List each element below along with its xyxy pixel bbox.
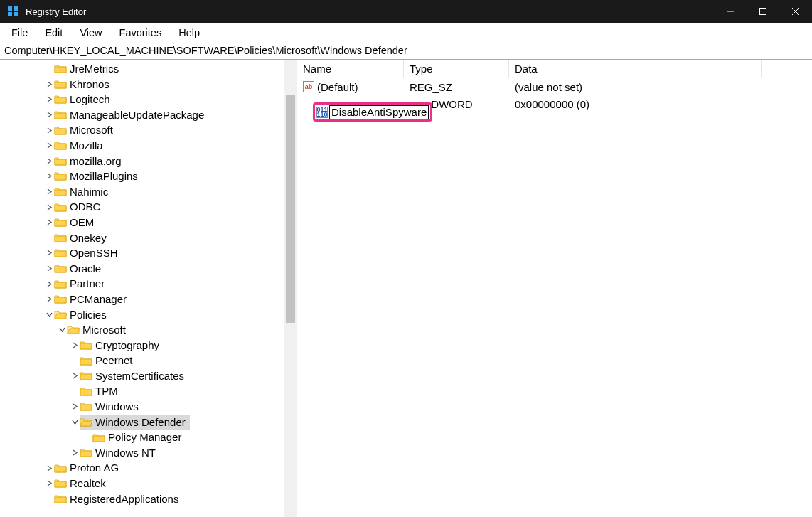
svg-rect-15 bbox=[55, 174, 66, 180]
tree-item[interactable]: ManageableUpdatePackage bbox=[0, 107, 297, 123]
tree-item[interactable]: Realtek bbox=[0, 476, 297, 491]
tree-item-label: Windows Defender bbox=[95, 415, 186, 430]
tree-item[interactable]: Onekey bbox=[0, 230, 297, 246]
tree-item[interactable]: Oracle bbox=[0, 261, 297, 277]
rename-highlight: 011110 bbox=[313, 102, 432, 122]
tree-item[interactable]: SystemCertificates bbox=[0, 368, 297, 384]
tree-item[interactable]: Nahimic bbox=[0, 184, 297, 200]
value-row[interactable]: 011110 _DWORD 0x00000000 (0) bbox=[297, 95, 812, 112]
chevron-down-icon[interactable] bbox=[70, 419, 80, 425]
tree-item[interactable]: Partner bbox=[0, 276, 297, 292]
tree-item[interactable]: Peernet bbox=[0, 353, 297, 368]
tree-item-label: Realtek bbox=[70, 476, 106, 491]
chevron-right-icon[interactable] bbox=[44, 81, 54, 87]
svg-rect-9 bbox=[55, 82, 66, 88]
chevron-right-icon[interactable] bbox=[44, 219, 54, 225]
chevron-right-icon[interactable] bbox=[44, 158, 54, 164]
close-button[interactable] bbox=[779, 0, 812, 23]
address-text: Computer\HKEY_LOCAL_MACHINE\SOFTWARE\Pol… bbox=[4, 45, 407, 56]
column-type[interactable]: Type bbox=[404, 60, 509, 78]
tree-item[interactable]: Mozilla bbox=[0, 138, 297, 154]
column-name[interactable]: Name bbox=[297, 60, 404, 78]
chevron-down-icon[interactable] bbox=[44, 311, 54, 318]
folder-icon bbox=[54, 309, 67, 320]
chevron-right-icon[interactable] bbox=[44, 204, 54, 210]
tree-item-label: ManageableUpdatePackage bbox=[70, 107, 204, 123]
tree-item-label: Nahimic bbox=[70, 184, 108, 200]
chevron-right-icon[interactable] bbox=[44, 296, 54, 302]
tree-item[interactable]: Windows bbox=[0, 399, 297, 415]
tree-item[interactable]: Microsoft bbox=[0, 322, 297, 338]
column-data[interactable]: Data bbox=[509, 60, 762, 78]
menu-view[interactable]: View bbox=[71, 25, 110, 41]
chevron-right-icon[interactable] bbox=[44, 142, 54, 149]
folder-icon bbox=[54, 171, 67, 181]
menu-edit[interactable]: Edit bbox=[36, 25, 71, 41]
svg-rect-33 bbox=[55, 497, 66, 503]
chevron-right-icon[interactable] bbox=[70, 449, 80, 456]
chevron-right-icon[interactable] bbox=[44, 265, 54, 272]
tree-item-label: ODBC bbox=[70, 199, 100, 215]
chevron-right-icon[interactable] bbox=[44, 127, 54, 134]
tree-item[interactable]: Khronos bbox=[0, 77, 297, 92]
chevron-right-icon[interactable] bbox=[44, 250, 54, 256]
value-rename-input[interactable] bbox=[329, 105, 429, 119]
folder-icon bbox=[54, 110, 67, 120]
value-data: 0x00000000 (0) bbox=[509, 98, 812, 110]
menu-help[interactable]: Help bbox=[170, 25, 208, 41]
svg-rect-12 bbox=[55, 129, 66, 134]
tree-item[interactable]: mozilla.org bbox=[0, 154, 297, 169]
tree-item-label: OpenSSH bbox=[70, 245, 118, 261]
folder-icon bbox=[54, 294, 67, 304]
svg-rect-24 bbox=[80, 343, 92, 349]
window-title: Registry Editor bbox=[26, 6, 86, 17]
tree-item[interactable]: OpenSSH bbox=[0, 245, 297, 261]
value-row[interactable]: ab (Default) REG_SZ (value not set) bbox=[297, 78, 812, 95]
tree-item[interactable]: TPM bbox=[0, 383, 297, 399]
tree-scrollbar[interactable] bbox=[284, 60, 297, 517]
tree-item[interactable]: ODBC bbox=[0, 199, 297, 215]
tree-item-label: Oracle bbox=[70, 261, 101, 277]
chevron-right-icon[interactable] bbox=[44, 173, 54, 179]
tree-item[interactable]: Microsoft bbox=[0, 122, 297, 138]
menu-file[interactable]: File bbox=[3, 25, 36, 41]
maximize-button[interactable] bbox=[747, 0, 779, 23]
minimize-button[interactable] bbox=[714, 0, 747, 23]
tree-item[interactable]: Cryptography bbox=[0, 338, 297, 353]
tree-item-label: mozilla.org bbox=[70, 154, 122, 169]
tree-item-label: Logitech bbox=[70, 92, 110, 107]
tree-item[interactable]: OEM bbox=[0, 215, 297, 230]
folder-icon bbox=[54, 263, 67, 274]
folder-icon bbox=[54, 494, 67, 504]
tree-item[interactable]: JreMetrics bbox=[0, 61, 297, 77]
chevron-right-icon[interactable] bbox=[70, 342, 80, 348]
tree-item[interactable]: Proton AG bbox=[0, 460, 297, 476]
tree-item[interactable]: Policies bbox=[0, 307, 297, 323]
tree-item-label: TPM bbox=[95, 383, 118, 399]
tree-item[interactable]: Windows NT bbox=[0, 445, 297, 461]
chevron-right-icon[interactable] bbox=[44, 480, 54, 486]
tree-item[interactable]: MozillaPlugins bbox=[0, 169, 297, 184]
chevron-right-icon[interactable] bbox=[44, 112, 54, 118]
chevron-right-icon[interactable] bbox=[70, 373, 80, 379]
tree-item[interactable]: RegisteredApplications bbox=[0, 491, 297, 507]
tree-item[interactable]: Windows Defender bbox=[0, 415, 297, 430]
menu-favorites[interactable]: Favorites bbox=[111, 25, 171, 41]
registry-tree-pane[interactable]: JreMetricsKhronosLogitechManageableUpdat… bbox=[0, 60, 297, 517]
tree-scrollbar-thumb[interactable] bbox=[286, 95, 295, 323]
chevron-right-icon[interactable] bbox=[44, 465, 54, 471]
tree-item[interactable]: PCManager bbox=[0, 292, 297, 307]
address-bar[interactable]: Computer\HKEY_LOCAL_MACHINE\SOFTWARE\Pol… bbox=[0, 42, 812, 60]
tree-item-label: Windows NT bbox=[95, 445, 156, 461]
chevron-right-icon[interactable] bbox=[44, 96, 54, 102]
svg-rect-25 bbox=[80, 359, 92, 365]
chevron-right-icon[interactable] bbox=[44, 188, 54, 195]
tree-item-label: Mozilla bbox=[70, 138, 103, 154]
chevron-right-icon[interactable] bbox=[44, 281, 54, 287]
tree-item[interactable]: Logitech bbox=[0, 92, 297, 107]
chevron-down-icon[interactable] bbox=[57, 326, 67, 333]
registry-values-pane[interactable]: Name Type Data ab (Default) REG_SZ (valu… bbox=[297, 60, 812, 517]
tree-item-label: Khronos bbox=[70, 77, 109, 92]
tree-item[interactable]: Policy Manager bbox=[0, 430, 297, 445]
chevron-right-icon[interactable] bbox=[70, 403, 80, 410]
